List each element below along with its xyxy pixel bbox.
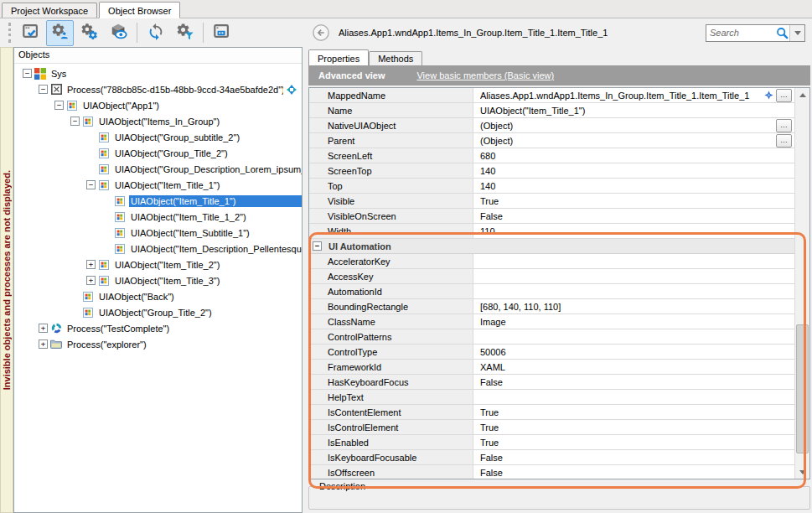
property-value: False bbox=[480, 377, 794, 387]
property-value-cell: (Object)… bbox=[473, 118, 794, 132]
property-row[interactable]: ControlPatterns bbox=[309, 329, 794, 345]
tree-item[interactable]: −UIAObject("App1") bbox=[14, 97, 302, 113]
property-row[interactable]: IsContentElementTrue bbox=[309, 405, 794, 420]
tree-item[interactable]: +Process("TestComplete") bbox=[14, 320, 302, 336]
uia-icon bbox=[98, 259, 110, 271]
property-row[interactable]: ScreenLeft680 bbox=[309, 148, 794, 163]
property-row[interactable]: FrameworkIdXAML bbox=[309, 360, 794, 375]
property-row[interactable]: NameUIAObject("Item_Title_1") bbox=[309, 103, 794, 118]
toolbar-grip[interactable] bbox=[8, 23, 11, 43]
highlight-object-button[interactable] bbox=[17, 20, 44, 46]
scroll-down-button[interactable] bbox=[795, 465, 809, 479]
ellipsis-button[interactable]: … bbox=[776, 134, 792, 148]
tree-item[interactable]: +Process("explorer") bbox=[14, 336, 302, 352]
property-value: False bbox=[480, 468, 794, 478]
tree-item[interactable]: UIAObject("Item_Title_1_2") bbox=[14, 209, 302, 225]
tree-item[interactable]: UIAObject("Group_Title_2") bbox=[14, 145, 302, 161]
property-row[interactable]: NativeUIAObject(Object)… bbox=[309, 118, 794, 133]
tab-properties[interactable]: Properties bbox=[308, 49, 369, 65]
vertical-scrollbar[interactable] bbox=[794, 88, 809, 479]
collapse-toggle-icon[interactable]: − bbox=[86, 180, 96, 189]
tree-item[interactable]: UIAObject("Item_Subtitle_1") bbox=[14, 225, 302, 241]
property-row[interactable]: HasKeyboardFocusFalse bbox=[309, 375, 794, 390]
search-input[interactable] bbox=[706, 28, 776, 38]
property-value-cell: Aliases.App1.wndApp1.Items_In_Group.Item… bbox=[473, 88, 794, 102]
property-value-cell: 110 bbox=[473, 224, 794, 238]
tree-item[interactable]: +UIAObject("Item_Title_2") bbox=[14, 256, 302, 272]
collapse-toggle-icon[interactable]: − bbox=[23, 69, 32, 78]
search-icon[interactable] bbox=[776, 27, 789, 39]
tab-object-browser[interactable]: Object Browser bbox=[99, 2, 180, 18]
property-row[interactable]: AutomationId bbox=[309, 284, 794, 299]
property-row[interactable]: VisibleOnScreenFalse bbox=[309, 209, 794, 224]
tree-item[interactable]: −Process("788cb85c-d15b-48bb-9ccd-34ae5b… bbox=[14, 81, 302, 97]
property-name: ScreenLeft bbox=[309, 148, 473, 163]
property-row[interactable]: AcceleratorKey bbox=[309, 254, 794, 269]
panel-layout-button[interactable] bbox=[208, 20, 235, 46]
ellipsis-button[interactable]: … bbox=[776, 119, 792, 132]
uia-icon bbox=[98, 148, 110, 159]
back-button[interactable] bbox=[312, 23, 330, 42]
object-browser-toolbar bbox=[0, 18, 303, 47]
property-row[interactable]: HelpText bbox=[309, 390, 794, 405]
property-row[interactable]: Top140 bbox=[309, 179, 794, 194]
property-row[interactable]: Parent(Object)… bbox=[309, 133, 794, 148]
tree-item[interactable]: UIAObject("Group_Description_Lorem_ipsum… bbox=[14, 161, 302, 177]
tree-item[interactable]: UIAObject("Group_subtitle_2") bbox=[14, 129, 302, 145]
expand-toggle-icon[interactable]: + bbox=[39, 324, 48, 333]
tree-item[interactable]: UIAObject("Group_Title_2") bbox=[14, 304, 302, 320]
property-row[interactable]: ClassNameImage bbox=[309, 314, 794, 329]
property-row[interactable]: MappedNameAliases.App1.wndApp1.Items_In_… bbox=[309, 88, 794, 103]
tab-project-workspace[interactable]: Project Workspace bbox=[2, 3, 97, 18]
expand-toggle-icon[interactable]: + bbox=[39, 339, 48, 349]
property-row[interactable]: IsOffscreenFalse bbox=[309, 465, 794, 479]
tree-item[interactable]: UIAObject("Back") bbox=[14, 288, 302, 304]
map-target-icon[interactable] bbox=[764, 91, 773, 100]
basic-view-link[interactable]: View basic members (Basic view) bbox=[416, 70, 554, 80]
object-properties-button[interactable] bbox=[75, 20, 103, 46]
object-spy-button[interactable] bbox=[46, 20, 74, 46]
property-row[interactable]: IsControlElementTrue bbox=[309, 420, 794, 435]
property-value: Aliases.App1.wndApp1.Items_In_Group.Item… bbox=[480, 91, 762, 101]
property-name: IsEnabled bbox=[309, 435, 473, 449]
tree-item-label: Sys bbox=[49, 68, 302, 80]
property-name: AccessKey bbox=[309, 269, 473, 283]
expand-toggle-icon[interactable]: + bbox=[86, 276, 96, 285]
property-row[interactable]: BoundingRectangle[680, 140, 110, 110] bbox=[309, 299, 794, 314]
scrollbar-thumb[interactable] bbox=[796, 324, 809, 453]
ellipsis-button[interactable]: … bbox=[776, 89, 792, 102]
scroll-up-button[interactable] bbox=[795, 88, 809, 101]
property-row[interactable]: IsEnabledTrue bbox=[309, 435, 794, 450]
tree-item[interactable]: −UIAObject("Items_In_Group") bbox=[14, 113, 302, 129]
tree-item-label: UIAObject("Back") bbox=[97, 291, 302, 303]
tree-item-label: UIAObject("Items_In_Group") bbox=[97, 116, 302, 127]
tree-item[interactable]: UIAObject("Item_Title_1") bbox=[14, 193, 302, 209]
filter-settings-button[interactable] bbox=[171, 20, 199, 46]
uia-icon bbox=[82, 116, 94, 127]
tree-item-label: Process("788cb85c-d15b-48bb-9ccd-34ae5ba… bbox=[65, 84, 283, 96]
property-group-header[interactable]: −UI Automation bbox=[309, 239, 794, 254]
expand-toggle-icon[interactable]: + bbox=[86, 260, 96, 269]
search-dropdown-button[interactable] bbox=[789, 25, 804, 41]
property-row[interactable]: IsKeyboardFocusableFalse bbox=[309, 450, 794, 465]
property-row[interactable]: Width110 bbox=[309, 224, 794, 239]
tree-item[interactable]: UIAObject("Item_Description_Pellentesque bbox=[14, 241, 302, 256]
collapse-toggle-icon[interactable]: − bbox=[39, 85, 48, 94]
property-row[interactable]: AccessKey bbox=[309, 269, 794, 284]
refresh-button[interactable] bbox=[142, 20, 169, 46]
tree-item[interactable]: −UIAObject("Item_Title_1") bbox=[14, 177, 302, 193]
tree-item-label: UIAObject("Item_Title_1_2") bbox=[129, 211, 302, 223]
property-row[interactable]: ScreenTop140 bbox=[309, 163, 794, 179]
collapse-toggle-icon[interactable]: − bbox=[313, 241, 322, 251]
collapse-toggle-icon[interactable]: − bbox=[54, 101, 64, 110]
view-object-button[interactable] bbox=[105, 20, 132, 46]
collapse-toggle-icon[interactable]: − bbox=[70, 117, 80, 126]
tab-methods[interactable]: Methods bbox=[369, 51, 422, 65]
tree-item[interactable]: +UIAObject("Item_Title_3") bbox=[14, 272, 302, 288]
property-rows: MappedNameAliases.App1.wndApp1.Items_In_… bbox=[309, 88, 794, 479]
property-row[interactable]: ControlType50006 bbox=[309, 345, 794, 360]
tree-item[interactable]: −Sys bbox=[14, 65, 302, 81]
property-row[interactable]: VisibleTrue bbox=[309, 194, 794, 209]
chevron-down-icon bbox=[794, 31, 801, 35]
property-value-cell: False bbox=[473, 209, 794, 223]
